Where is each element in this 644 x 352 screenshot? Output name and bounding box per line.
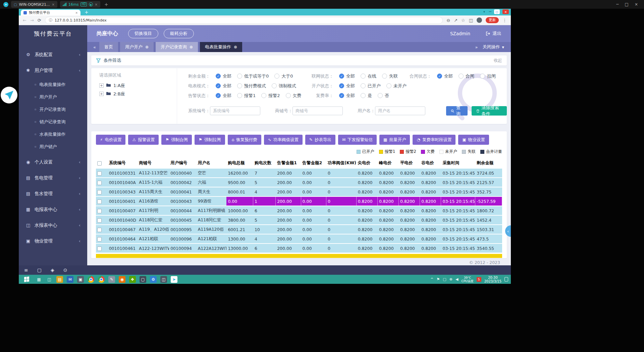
firefox-icon[interactable]: ◉: [119, 276, 125, 283]
filter-option[interactable]: 低于或等于0: [237, 73, 269, 79]
filter-option[interactable]: 报警2: [261, 93, 280, 99]
checkbox-icon[interactable]: [237, 74, 242, 79]
toolbar-button[interactable]: ▦批量开户: [379, 135, 410, 145]
tab[interactable]: 开户记录查询⊗: [156, 42, 198, 52]
checkbox-icon[interactable]: [361, 74, 366, 79]
toolbar-button[interactable]: ⌂恢复预付费: [228, 135, 261, 145]
checkbox-checked-icon[interactable]: ✓: [437, 74, 442, 79]
browser-close-button[interactable]: ×: [502, 9, 509, 14]
volume-icon[interactable]: ◀: [455, 277, 458, 281]
checkbox-checked-icon[interactable]: ✓: [339, 93, 344, 98]
tray-expand-icon[interactable]: ^: [430, 277, 433, 281]
pinned-apps-icon[interactable]: ▦: [36, 276, 42, 283]
close-tab-icon[interactable]: ⊗: [145, 45, 149, 49]
zoom-icon[interactable]: ⊖: [446, 18, 450, 23]
todesk-app-icon[interactable]: ➤: [171, 276, 177, 283]
row-checkbox[interactable]: [97, 171, 102, 176]
filter-option[interactable]: 欠费: [286, 93, 302, 99]
sidebar-subitem[interactable]: ▫水表批量操作: [19, 128, 87, 140]
table-row[interactable]: 0010100461A122-123WITW00100094A122A123WI…: [96, 244, 502, 253]
browser-maximize-button[interactable]: □: [494, 9, 500, 14]
checkbox-icon[interactable]: [237, 93, 242, 98]
sidebar-subitem[interactable]: ▫电表批量操作: [19, 78, 87, 91]
scroll-tabs-left-icon[interactable]: «: [91, 45, 98, 50]
table-row[interactable]: 0010100343A115周大生00100041周大生8000.014200.…: [96, 187, 502, 196]
toolbar-button[interactable]: ⚡电价设置: [96, 135, 125, 145]
window-menu-icon[interactable]: ▾: [483, 10, 485, 13]
toolbar-button[interactable]: ✎抄表导出: [305, 135, 335, 145]
toolbar-button[interactable]: ⚑强制拉闸: [195, 135, 225, 145]
back-icon[interactable]: ←: [23, 18, 26, 23]
close-session-icon[interactable]: ×: [52, 3, 55, 6]
sidebar-subitem[interactable]: ▫销户记录查询: [19, 116, 87, 128]
filter-option[interactable]: ✓全部: [216, 73, 231, 79]
antivirus-tray-icon[interactable]: S: [477, 277, 481, 282]
share-icon[interactable]: ↗: [454, 18, 458, 23]
sidebar-item[interactable]: ▦电报表中心‹: [19, 202, 87, 217]
sidebar-item[interactable]: ▣物业管理‹: [19, 233, 87, 249]
sidebar-item[interactable]: ◫水报表中心‹: [19, 217, 87, 233]
browser-minimize-button[interactable]: ─: [489, 10, 491, 13]
filter-option[interactable]: 否: [378, 93, 389, 99]
checkbox-icon[interactable]: [480, 74, 485, 79]
checkbox-icon[interactable]: [237, 83, 242, 88]
tree-node[interactable]: +1:A座: [99, 81, 177, 90]
close-operations-dropdown[interactable]: 关闭操作 ▾: [480, 44, 507, 50]
scroll-tabs-right-icon[interactable]: »: [473, 45, 480, 50]
reload-icon[interactable]: ⟳: [38, 18, 41, 23]
toolbar-button[interactable]: ▣物业设置: [458, 135, 489, 145]
filter-option[interactable]: 强制模式: [272, 83, 296, 89]
tab[interactable]: 用户开户⊗: [120, 42, 154, 52]
menu-dots-icon[interactable]: ⋮: [502, 18, 507, 23]
switch-project-button[interactable]: 切换项目: [128, 29, 158, 38]
energy-analysis-button[interactable]: 能耗分析: [164, 29, 194, 38]
filter-option[interactable]: 在线: [361, 73, 376, 79]
flag-icon[interactable]: ⚑: [436, 277, 440, 281]
mail-app-icon[interactable]: ✉: [67, 276, 73, 283]
settings-app-icon[interactable]: ⚙: [150, 276, 157, 283]
filter-option[interactable]: ✓全部: [437, 73, 453, 79]
todesk-logo-icon[interactable]: ➤: [3, 2, 8, 7]
notifications-icon[interactable]: [504, 277, 508, 281]
filter-option[interactable]: 大于0: [274, 73, 293, 79]
rd-close-button[interactable]: ×: [635, 2, 638, 7]
expand-icon[interactable]: +: [99, 83, 104, 88]
site-info-icon[interactable]: ⓘ: [49, 18, 52, 23]
taskbar-clock[interactable]: 20:30 2023/3/15: [484, 276, 501, 283]
search-button[interactable]: 查询: [446, 106, 468, 116]
profile-avatar[interactable]: [477, 17, 482, 23]
filter-option[interactable]: 合闸: [459, 73, 474, 79]
toolbar-button[interactable]: ⚑强制合闸: [161, 135, 192, 145]
checkbox-checked-icon[interactable]: ✓: [339, 74, 344, 79]
plus-tray-icon[interactable]: ⊕: [449, 277, 452, 281]
side-panel-icon[interactable]: ◫: [469, 18, 473, 23]
sidebar-subitem[interactable]: ▫用户销户: [19, 140, 87, 153]
row-checkbox[interactable]: [97, 247, 102, 251]
toolbar-button[interactable]: ⚠报警设置: [128, 135, 159, 145]
username-input[interactable]: [375, 106, 425, 115]
filter-option[interactable]: ✓全部: [339, 93, 355, 99]
sidebar-item[interactable]: ◉个人设置‹: [19, 154, 87, 170]
todesk-floating-button[interactable]: [1, 87, 17, 103]
remote-session-tab[interactable]: ▢ WIN-OQMSK21... ×: [11, 1, 57, 8]
select-all-checkbox[interactable]: [97, 161, 102, 166]
clear-search-button[interactable]: 清除搜索条件: [472, 106, 507, 116]
row-checkbox[interactable]: [97, 237, 102, 241]
table-row[interactable]: 0010100467A119、A120佰00100095A119A120佰600…: [96, 225, 502, 234]
window-app-2-icon[interactable]: ◫: [160, 276, 167, 283]
chrome-icon-2[interactable]: [98, 276, 105, 283]
checkbox-icon[interactable]: [459, 74, 464, 79]
new-session-button[interactable]: +: [103, 2, 110, 7]
table-row[interactable]: 0010100407A117利明00100044A117利明眼镜10000.00…: [96, 206, 502, 215]
filter-option[interactable]: 是: [361, 93, 372, 99]
checkbox-icon[interactable]: [274, 74, 279, 79]
filter-option[interactable]: 报警1: [237, 93, 256, 99]
tab[interactable]: 首页: [99, 42, 118, 52]
sidebar-item[interactable]: ✱用户管理‹: [19, 62, 87, 78]
filter-option[interactable]: 已开户: [361, 83, 381, 89]
bookmark-star-icon[interactable]: ☆: [461, 18, 465, 23]
close-tab-icon[interactable]: ⊗: [234, 45, 237, 49]
checkbox-checked-icon[interactable]: ✓: [216, 83, 221, 88]
rd-maximize-button[interactable]: □: [625, 2, 629, 7]
display-tray-icon[interactable]: ▢: [443, 277, 446, 281]
